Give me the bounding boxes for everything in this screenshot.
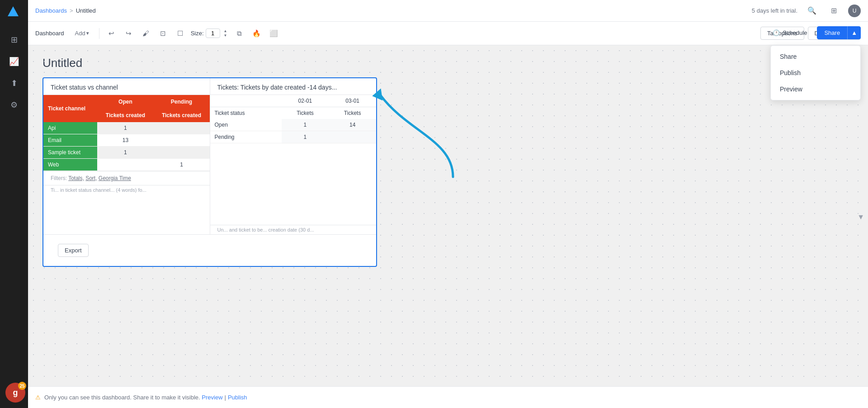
filters-label: Filters: [51, 175, 67, 181]
date-col2-header: 03-01 [329, 95, 376, 107]
bottom-preview-link[interactable]: Preview [202, 394, 222, 401]
share-button[interactable]: Share [817, 26, 847, 39]
arrow-annotation [372, 86, 485, 199]
col-pending-header: Pending [153, 95, 209, 109]
trial-text: 5 days left in trial. [752, 7, 797, 14]
bottom-warning-text: Only you can see this dashboard. Share i… [44, 394, 200, 401]
notification-letter: g [13, 388, 18, 398]
tickets-date-table: 02-01 03-01 Ticket status Tickets Ticket… [210, 95, 377, 143]
tickets-sub2: Tickets [329, 107, 376, 119]
fit-button[interactable]: ⊡ [156, 27, 170, 40]
toolbar-label: Dashboard [35, 30, 64, 37]
date2-value: 14 [329, 119, 376, 131]
sidebar-item-charts[interactable]: 📈 [5, 52, 23, 71]
open-value: 13 [97, 134, 153, 147]
open-value [97, 159, 153, 171]
flame-button[interactable]: 🔥 [250, 27, 264, 40]
table-row: Open 1 14 [210, 119, 377, 131]
warning-icon: ⚠ [35, 394, 41, 401]
size-control: Size: ▲ ▼ [191, 28, 229, 38]
table-row: Sample ticket 1 [43, 147, 210, 159]
table-row: Api 1 [43, 122, 210, 134]
search-icon[interactable]: 🔍 [805, 4, 819, 18]
left-widget-title: Ticket status vs channel [43, 78, 210, 95]
preview-menu-item[interactable]: Preview [771, 81, 860, 97]
export-button[interactable]: Export [58, 244, 89, 257]
grid-area: Ticket status vs channel Ticket channel … [28, 77, 868, 267]
app-logo[interactable] [7, 5, 21, 20]
share-dropdown-menu: Share Publish Preview [770, 45, 861, 100]
top-right-actions: 🕐 Schedule Share ▲ [766, 26, 861, 39]
right-widget: Tickets: Tickets by date created -14 day… [210, 78, 377, 234]
col-open-header: Open [97, 95, 153, 109]
size-down-arrow[interactable]: ▼ [222, 33, 229, 38]
topnav-right: 5 days left in trial. 🔍 ⊞ U [752, 4, 861, 18]
format-painter-button[interactable]: 🖌 [139, 27, 153, 40]
export-section: Export [43, 234, 376, 266]
date-col1-header: 02-01 [282, 95, 329, 107]
status-header [210, 95, 282, 107]
undo-button[interactable]: ↩ [105, 27, 118, 40]
col-pending-sub: Tickets created [153, 109, 209, 122]
copy-button[interactable]: ⧉ [233, 27, 246, 40]
sidebar-item-home[interactable]: ⊞ [5, 31, 23, 49]
table-row: Web 1 [43, 159, 210, 171]
status-label: Pending [210, 131, 282, 143]
share-menu-item[interactable]: Share [771, 48, 860, 65]
sidebar-item-settings[interactable]: ⚙ [5, 96, 23, 114]
pending-value: 1 [153, 159, 209, 171]
channel-cell: Email [43, 134, 97, 147]
date1-value: 1 [282, 119, 329, 131]
toolbar-divider-1 [99, 28, 99, 39]
widget-inner: Ticket status vs channel Ticket channel … [43, 78, 376, 234]
date1-value: 1 [282, 131, 329, 143]
top-navigation: Dashboards > Untitled 5 days left in tri… [28, 0, 868, 22]
bottom-publish-link[interactable]: Publish [228, 394, 247, 401]
tickets-sub1: Tickets [282, 107, 329, 119]
toolbar: Dashboard Add ▼ ↩ ↪ 🖌 ⊡ ☐ Size: ▲ ▼ ⧉ 🔥 … [28, 22, 868, 45]
filter-totals[interactable]: Totals, [68, 175, 84, 181]
notification-badge[interactable]: g 25 [5, 383, 25, 403]
truncated-title-row-right: Un... and ticket to be... creation date … [210, 225, 377, 234]
size-up-arrow[interactable]: ▲ [222, 29, 229, 33]
breadcrumb-current: Untitled [76, 7, 96, 14]
main-content: Untitled Ticket status vs channel Ticket… [28, 45, 868, 386]
size-input[interactable] [206, 28, 220, 38]
share-dropdown-button[interactable]: ▲ [847, 26, 861, 39]
truncated-title-row: Ti... in ticket status channel... (4 wor… [43, 185, 210, 195]
table-row: Pending 1 [210, 131, 377, 143]
widget-container: Ticket status vs channel Ticket channel … [42, 77, 377, 267]
open-value: 1 [97, 147, 153, 159]
grid-icon[interactable]: ⊞ [826, 4, 841, 18]
add-button[interactable]: Add ▼ [71, 27, 94, 40]
date-header-row: 02-01 03-01 [210, 95, 377, 107]
border-button[interactable]: ☐ [174, 27, 187, 40]
status-label: Open [210, 119, 282, 131]
open-value: 1 [97, 122, 153, 134]
sidebar: ⊞ 📈 ⬆ ⚙ Z [0, 0, 28, 408]
redo-button[interactable]: ↪ [122, 27, 136, 40]
filter-timezone[interactable]: Georgia Time [99, 175, 131, 181]
channel-cell: Api [43, 122, 97, 134]
scroll-indicator[interactable]: ▼ [857, 213, 864, 221]
expand-button[interactable]: ⬜ [267, 27, 281, 40]
col-channel-header: Ticket channel [43, 95, 97, 122]
col-open-sub: Tickets created [97, 109, 153, 122]
publish-menu-item[interactable]: Publish [771, 65, 860, 81]
bottom-bar: ⚠ Only you can see this dashboard. Share… [28, 386, 868, 408]
channel-cell: Sample ticket [43, 147, 97, 159]
dashboard-title: Untitled [42, 56, 82, 70]
avatar[interactable]: U [848, 5, 861, 17]
filter-sort[interactable]: Sort, [85, 175, 97, 181]
size-label: Size: [191, 30, 204, 37]
right-widget-title: Tickets: Tickets by date created -14 day… [210, 78, 377, 95]
breadcrumb-parent[interactable]: Dashboards [35, 7, 67, 14]
widget-filters: Filters: Totals, Sort, Georgia Time [43, 171, 210, 185]
date-sub-header-row: Ticket status Tickets Tickets [210, 107, 377, 119]
sidebar-item-upload[interactable]: ⬆ [5, 74, 23, 92]
notification-count: 25 [18, 382, 26, 390]
ticket-status-table: Ticket channel Open Pending Tickets crea… [43, 95, 210, 171]
schedule-button[interactable]: 🕐 Schedule [766, 26, 813, 39]
pending-value [153, 147, 209, 159]
ticket-status-label: Ticket status [210, 107, 282, 119]
